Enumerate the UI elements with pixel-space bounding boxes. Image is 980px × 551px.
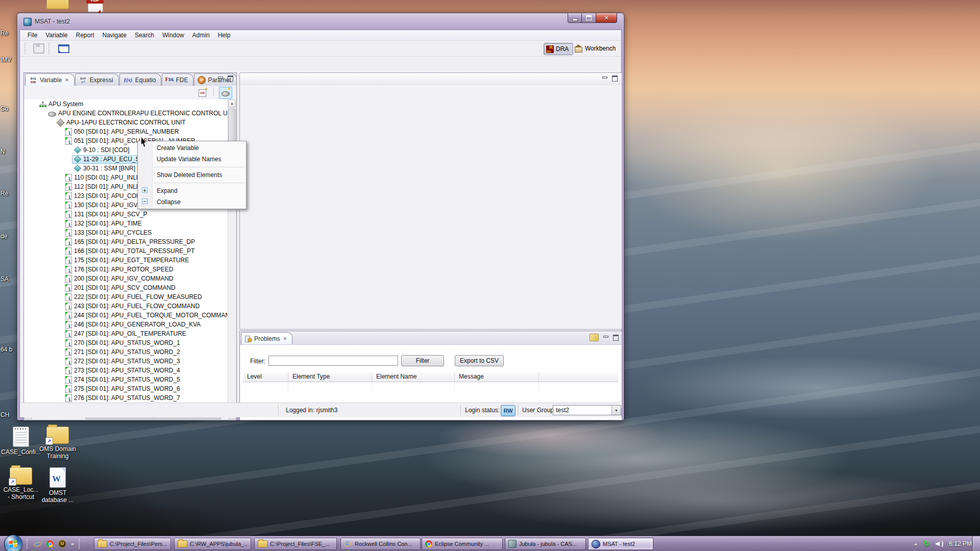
tree-row[interactable]: 273 [SDI 01]: APU_STATUS_WORD_4 [24,366,228,375]
maximize-view-icon[interactable] [613,335,619,341]
view-tab[interactable]: Expressi ✕ [75,73,119,86]
maximize-view-icon[interactable] [228,76,233,82]
start-button[interactable] [4,535,22,551]
menu-item[interactable]: Variable [41,32,71,39]
context-menu-item[interactable]: Update Variable Names [138,154,246,165]
view-tab[interactable]: FDE ✕ [162,73,193,86]
tree-row[interactable]: 247 [SDI 01]: APU_OIL_TEMPERATURE [24,329,228,338]
tree-row[interactable]: APU System [24,99,228,109]
desktop-icon[interactable] [76,0,115,14]
tree-row[interactable]: 244 [SDI 01]: APU_FUEL_TORQUE_MOTOR_COMM… [24,311,228,320]
maximize-view-icon[interactable] [612,76,618,82]
minimize-view-icon[interactable] [603,335,608,340]
desktop-icon[interactable]: OMST database ... [38,467,78,504]
taskbar-button[interactable]: C:\Project_Files\FSE_... [254,538,337,550]
desktop-icon[interactable]: OMS Domain Training [38,427,78,460]
column-header[interactable]: Element Type [288,372,372,382]
create-variable-icon[interactable] [199,88,208,97]
maximize-button[interactable] [582,13,596,23]
menu-item[interactable]: Report [71,32,98,39]
tree-row[interactable]: 222 [SDI 01]: APU_FUEL_FLOW_MEASURED [24,292,228,302]
column-header[interactable]: Level [243,372,288,382]
tab-problems[interactable]: Problems ✕ [241,332,292,344]
tree-row[interactable]: 050 [SDI 01]: APU_SERIAL_NUMBER [24,127,228,136]
tree-row[interactable]: 271 [SDI 01]: APU_STATUS_WORD_2 [24,347,228,357]
tree-row[interactable]: 246 [SDI 01]: APU_GENERATOR_LOAD_KVA [24,320,228,329]
export-to-csv-button[interactable]: Export to CSV [455,355,504,366]
tree-row[interactable]: 200 [SDI 01]: APU_IGV_COMMAND [24,274,228,283]
tree-row[interactable]: 276 [SDI 01]: APU_STATUS_WORD_7 [24,393,228,403]
quick-launch-item[interactable] [34,540,42,548]
column-header[interactable]: Message [455,372,539,382]
show-hidden-icons-icon[interactable]: ▲ [914,542,918,546]
scroll-up-arrow[interactable]: ▲ [228,99,236,108]
close-button[interactable]: ✕ [596,13,617,23]
minimize-button[interactable] [568,13,582,23]
taskbar-button[interactable]: Jubula - jubula - CAS... [505,538,586,550]
tree-row[interactable]: 132 [SDI 01]: APU_TIME [24,219,228,228]
dra-perspective-button[interactable]: DRA [544,43,573,55]
desktop-icon[interactable]: CASE_Loc... - Shortcut [1,467,41,500]
show-desktop-button[interactable] [973,536,980,551]
link-with-editor-icon[interactable] [590,334,599,341]
doc-icon [65,376,72,384]
drag-grip[interactable] [27,539,29,549]
minimize-view-icon[interactable] [218,76,223,81]
taskbar-button[interactable]: MSAT - test2 [588,538,653,550]
filter-button[interactable]: Filter [401,355,444,366]
controller-wizard-icon[interactable] [219,87,232,99]
tree-row[interactable]: 272 [SDI 01]: APU_STATUS_WORD_3 [24,357,228,366]
tree-row[interactable]: 166 [SDI 01]: APU_TOTAL_PRESSURE_PT [24,246,228,256]
menu-item[interactable]: File [23,32,41,39]
context-menu-item[interactable]: Create Variable [138,142,246,154]
tree-row[interactable]: 274 [SDI 01]: APU_STATUS_WORD_5 [24,375,228,384]
tree-row[interactable]: APU ENGINE CONTROLERAPU ELECTRONIC CONTR… [24,109,228,118]
view-tab[interactable]: Equatio ✕ [119,73,162,86]
menu-item[interactable]: Help [214,32,235,39]
tree-row[interactable]: 133 [SDI 01]: APU_CYCLES [24,228,228,237]
tree-row[interactable]: APU-1APU ELECTRONIC CONTROL UNIT [24,118,228,127]
menu-item[interactable]: Admin [188,32,214,39]
taskbar-clock[interactable]: 6:12 PM [949,540,972,547]
window-titlebar[interactable]: MSAT - test2 [17,13,624,30]
taskbar-button[interactable]: C:\Project_Files\Pers... [94,538,171,550]
context-menu-item[interactable]: Collapse [138,196,246,208]
taskbar-button[interactable]: Eclipse Community ... [422,538,503,550]
view-tab[interactable]: Variable ✕ [25,73,75,86]
menu-item[interactable]: Window [158,32,188,39]
tree-row[interactable]: 270 [SDI 01]: APU_STATUS_WORD_1 [24,338,228,347]
close-icon[interactable]: ✕ [65,78,69,83]
filter-input[interactable] [268,356,398,366]
menu-item[interactable]: Navigate [99,32,131,39]
drag-grip[interactable] [79,539,81,549]
context-menu-item[interactable]: Expand [138,185,246,196]
context-menu-item[interactable] [138,165,246,169]
tree-row[interactable]: 176 [SDI 01]: APU_ROTOR_SPEED [24,265,228,274]
minimize-view-icon[interactable] [602,76,607,81]
menu-item[interactable]: Search [131,32,158,39]
chevron-down-icon[interactable]: ▼ [611,406,621,415]
tree-row[interactable]: 165 [SDI 01]: APU_DELTA_PRESSURE_DP [24,237,228,246]
user-group-dropdown[interactable]: test2 ▼ [553,405,621,415]
workbench-button[interactable]: Workbench [572,43,619,54]
taskbar-button[interactable]: Rockwell Collins Con... [340,538,421,550]
tree-row[interactable]: 131 [SDI 01]: APU_SCV_P [24,210,228,219]
tree-row[interactable]: 243 [SDI 01]: APU_FUEL_FLOW_COMMAND [24,302,228,311]
tree-row[interactable]: 275 [SDI 01]: APU_STATUS_WORD_6 [24,384,228,393]
quick-launch-item[interactable] [46,540,54,547]
volume-icon[interactable] [936,541,943,547]
context-menu-item[interactable] [138,181,246,185]
column-header[interactable]: Element Name [372,372,455,382]
tree-row[interactable]: 201 [SDI 01]: APU_SCV_COMMAND [24,283,228,292]
quick-launch-item[interactable] [58,540,66,548]
taskbar-button[interactable]: C:\RW_APPS\jubula_... [174,538,251,550]
context-menu-item[interactable]: Show Deleted Elements [138,169,246,181]
close-icon[interactable]: ✕ [283,336,287,341]
open-perspective-icon[interactable] [58,44,69,53]
sync-tray-icon[interactable]: ↻ [923,540,930,548]
tree-row[interactable]: 175 [SDI 01]: APU_EGT_TEMPERATURE [24,256,228,265]
desktop-icon[interactable]: CASE_Confi... [1,427,41,456]
save-icon[interactable] [33,43,44,54]
desktop-icon[interactable] [38,0,78,11]
overflow-chevron[interactable]: » [71,541,74,547]
